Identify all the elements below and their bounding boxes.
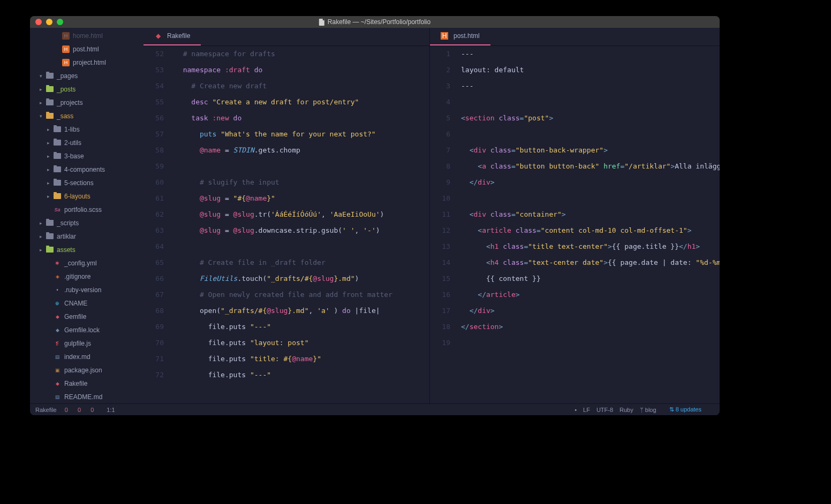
- chevron-icon: [47, 287, 52, 293]
- tree-label: artiklar: [57, 233, 76, 240]
- tab-label: post.html: [454, 32, 480, 40]
- gutter-right: 12345678910111213141516171819: [430, 46, 456, 403]
- editor-left[interactable]: 5253545556575859606162636465666768697071…: [143, 46, 429, 403]
- tree-label: Gemfile: [64, 313, 86, 320]
- tree-label: home.html: [73, 32, 103, 40]
- html-icon: H: [62, 45, 70, 53]
- tree-row[interactable]: Saportfolio.scss: [30, 203, 143, 216]
- sass-icon: Sa: [54, 206, 61, 213]
- yaml-icon: ✱: [54, 259, 61, 267]
- tab-label: Rakefile: [167, 32, 190, 40]
- tree-row[interactable]: ◆Gemfile.lock: [30, 323, 143, 337]
- status-cursor: 1:1: [107, 407, 115, 413]
- chevron-icon: [47, 394, 52, 400]
- tree-row[interactable]: ✱_config.yml: [30, 256, 143, 270]
- git-icon: ◈: [54, 273, 61, 280]
- chevron-icon: [47, 154, 52, 159]
- tree-label: 1-libs: [64, 126, 80, 133]
- tree-row[interactable]: 1-libs: [30, 123, 143, 136]
- chevron-icon: [40, 73, 45, 79]
- chevron-icon: [47, 180, 52, 186]
- editors: 5253545556575859606162636465666768697071…: [143, 46, 720, 403]
- code-left[interactable]: # namespace for drafts namespace :draft …: [169, 46, 429, 403]
- tree-row[interactable]: artiklar: [30, 230, 143, 243]
- tree-row[interactable]: _pages: [30, 69, 143, 82]
- status-eol[interactable]: LF: [583, 407, 590, 413]
- chevron-icon: [47, 354, 52, 360]
- tree-row[interactable]: _projects: [30, 96, 143, 109]
- status-encoding[interactable]: UTF-8: [596, 407, 613, 413]
- tree-label: package.json: [64, 366, 102, 374]
- tree-label: README.md: [64, 393, 102, 401]
- code-right[interactable]: ---layout: default--- <section class="po…: [456, 46, 720, 403]
- tree-row[interactable]: ◆Gemfile: [30, 310, 143, 323]
- titlebar[interactable]: Rakefile — ~/Sites/Portfolio/portfolio: [30, 16, 720, 28]
- tree-row[interactable]: Hhome.html: [30, 29, 143, 42]
- html-icon: H: [441, 32, 448, 40]
- chevron-icon: [56, 47, 61, 52]
- tree-label: _scripts: [57, 219, 79, 227]
- folder-icon: [46, 233, 54, 239]
- tree-row[interactable]: Hproject.html: [30, 56, 143, 69]
- tree-row[interactable]: ◈.gitignore: [30, 270, 143, 283]
- gutter-left: 5253545556575859606162636465666768697071…: [143, 46, 169, 403]
- status-branch[interactable]: ᛘ blog: [640, 407, 663, 413]
- chevron-icon: [40, 247, 45, 253]
- tree-label: _projects: [57, 99, 83, 106]
- tree-row[interactable]: assets: [30, 243, 143, 256]
- tree-row[interactable]: ❡gulpfile.js: [30, 337, 143, 350]
- tree-row[interactable]: •.ruby-version: [30, 283, 143, 296]
- minimize-icon[interactable]: [46, 19, 52, 25]
- status-language[interactable]: Ruby: [620, 407, 633, 413]
- tree-row[interactable]: ▤index.md: [30, 350, 143, 363]
- status-diffs: 0 0 0: [63, 407, 101, 413]
- chevron-icon: [47, 314, 52, 319]
- panes: ◆ Rakefile H post.html 52535455565758596…: [143, 28, 720, 403]
- tabstrip-left: ◆ Rakefile: [143, 28, 429, 45]
- tree-label: _pages: [57, 72, 78, 80]
- tab-post-html[interactable]: H post.html: [430, 28, 490, 45]
- tree-label: 4-components: [64, 166, 105, 173]
- chevron-icon: [47, 167, 52, 172]
- tree-row[interactable]: 3-base: [30, 149, 143, 163]
- status-updates[interactable]: ⇅ 8 updates: [669, 406, 708, 413]
- tree-row[interactable]: ⊕CNAME: [30, 296, 143, 310]
- traffic-lights: [30, 19, 63, 25]
- tree-row[interactable]: ▤README.md: [30, 390, 143, 403]
- tree-row[interactable]: 2-utils: [30, 136, 143, 149]
- json-icon: ▣: [54, 366, 61, 374]
- chevron-icon: [47, 301, 52, 306]
- chevron-icon: [47, 261, 52, 266]
- chevron-icon: [47, 274, 52, 279]
- tab-rakefile[interactable]: ◆ Rakefile: [143, 28, 201, 45]
- js-icon: ❡: [54, 340, 61, 347]
- editor-right[interactable]: 12345678910111213141516171819 ---layout:…: [429, 46, 720, 403]
- tree-label: Gemfile.lock: [64, 326, 100, 334]
- tree-label: index.md: [64, 353, 90, 361]
- html-icon: H: [62, 32, 70, 40]
- tree-row[interactable]: Hpost.html: [30, 42, 143, 56]
- tree-row[interactable]: _posts: [30, 82, 143, 96]
- tree-row[interactable]: _sass: [30, 109, 143, 123]
- chevron-icon: [47, 327, 52, 333]
- folder-icon: [54, 193, 61, 199]
- chevron-icon: [47, 140, 52, 146]
- tree-label: project.html: [73, 59, 106, 66]
- zoom-icon[interactable]: [57, 19, 63, 25]
- window-title-wrap: Rakefile — ~/Sites/Portfolio/portfolio: [319, 18, 430, 26]
- tree-row[interactable]: _scripts: [30, 216, 143, 230]
- close-icon[interactable]: [35, 19, 42, 25]
- ruby-icon: ◆: [54, 380, 61, 387]
- statusbar: Rakefile 0 0 0 1:1 • LF UTF-8 Ruby ᛘ blo…: [30, 403, 720, 415]
- tree-label: .gitignore: [64, 273, 90, 280]
- folder-icon: [54, 180, 61, 186]
- tree-row[interactable]: ◆Rakefile: [30, 377, 143, 390]
- tree-row[interactable]: 6-layouts: [30, 189, 143, 203]
- file-tree[interactable]: Hhome.html Hpost.html Hproject.html_page…: [30, 28, 143, 403]
- tree-row[interactable]: 4-components: [30, 163, 143, 176]
- tabstrip-right: H post.html: [429, 28, 720, 45]
- lock-icon: ◆: [54, 326, 61, 334]
- tree-row[interactable]: ▣package.json: [30, 363, 143, 377]
- tree-label: _posts: [57, 86, 75, 93]
- tree-row[interactable]: 5-sections: [30, 176, 143, 189]
